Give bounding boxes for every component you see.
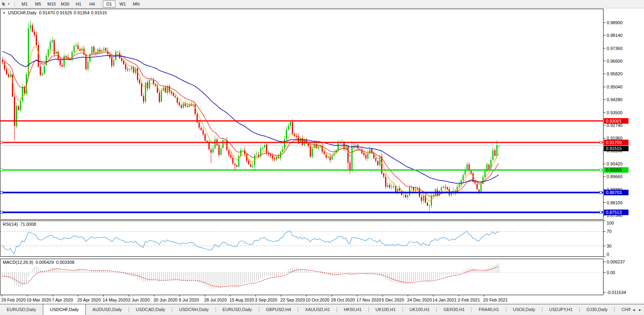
level-line-handle[interactable] — [600, 211, 602, 213]
date-label: 2 Feb 2021 — [458, 298, 480, 302]
svg-text:0.93001: 0.93001 — [606, 119, 622, 123]
svg-text:0.91515: 0.91515 — [606, 146, 622, 151]
macd-main-value: 0.005429 — [35, 260, 54, 265]
macd-indicator-label: MACD(12,26,9) 0.005429 0.003308 — [3, 260, 74, 265]
symbol-tab-bar: EURUSD,DailyUSDCHF,DailyAUDUSD,DailyUSDC… — [0, 304, 644, 315]
chart-symbol-period: USDCHF,Daily — [8, 10, 37, 15]
horizontal-level-lines[interactable] — [0, 121, 604, 213]
rsi-indicator-label: RSI(14) 71.0008 — [3, 222, 36, 227]
date-label: 20 Jun 2020 — [153, 298, 177, 302]
chart-canvas[interactable]: 0.989000.981400.973600.966000.958200.950… — [0, 0, 644, 304]
macd-signal-value: 0.003308 — [56, 260, 74, 265]
date-label: 29 Feb 2020 — [1, 298, 26, 302]
ohlc-low: 0.91354 — [74, 10, 90, 15]
rsi-line — [2, 231, 499, 254]
rsi-axis-label: 100 — [607, 221, 614, 225]
date-label: 22 Sep 2020 — [280, 298, 305, 302]
macd-histogram — [3, 263, 499, 289]
chart-tab-usoil-daily[interactable]: USOil,Daily — [506, 304, 542, 315]
price-axis-label: 0.93500 — [607, 110, 623, 115]
price-panel — [0, 9, 604, 220]
chart-tab-hk50-h1[interactable]: HK50,H1 — [337, 304, 368, 315]
chart-tab-xauusd-h1[interactable]: XAUUSD,H1 — [298, 304, 337, 315]
tabs-scroll-left-button[interactable]: ◄ — [632, 308, 635, 312]
price-axis-label: 0.94280 — [607, 97, 623, 102]
ohlc-high: 0.91525 — [56, 10, 72, 15]
price-axis-label: 0.98900 — [607, 20, 623, 25]
chart-tab-audusd-daily[interactable]: AUDUSD,Daily — [86, 304, 129, 315]
macd-axis-label: 0.006237 — [607, 259, 625, 264]
level-line-handle[interactable] — [0, 191, 3, 194]
macd-name: MACD(12,26,9) — [3, 260, 33, 265]
svg-text:0.88703: 0.88703 — [606, 190, 622, 195]
level-line-handle[interactable] — [600, 141, 602, 144]
chart-tab-ger30-h1[interactable]: GER30,H1 — [437, 304, 471, 315]
ohlc-close: 0.91515 — [91, 10, 107, 15]
date-label: 15 Aug 2020 — [229, 298, 254, 302]
rsi-axis-label: 0 — [607, 252, 609, 257]
price-axis-label: 0.98140 — [607, 33, 623, 38]
level-line-handle[interactable] — [0, 141, 3, 144]
level-line-handle[interactable] — [0, 211, 3, 213]
chart-tab-usdcnh-daily[interactable]: USDCNH,Daily — [172, 304, 216, 315]
price-axis-label: 0.89660 — [607, 174, 623, 179]
price-axis-label: 0.95040 — [607, 85, 623, 89]
date-label: 29 Oct 2020 — [331, 298, 355, 302]
chart-tab-dj30-daily[interactable]: DJ30,Daily — [580, 304, 614, 315]
price-axis-label: 0.88100 — [607, 200, 623, 205]
date-label: 17 Nov 2020 — [357, 298, 381, 302]
chart-tab-uk100-h1[interactable]: UK100,H1 — [403, 304, 437, 315]
date-label: 24 Dec 2020 — [407, 298, 432, 302]
rsi-axis-label: 70 — [607, 229, 611, 234]
date-label: 14 May 2020 — [103, 298, 128, 302]
svg-text:0.87513: 0.87513 — [606, 210, 622, 215]
macd-panel — [0, 259, 604, 295]
date-label: 19 Mar 2020 — [27, 298, 51, 302]
rsi-value: 71.0008 — [20, 222, 36, 227]
svg-text:0.90055: 0.90055 — [606, 167, 622, 172]
date-label: 10 Oct 2020 — [306, 298, 330, 302]
price-axis-label: 0.96600 — [607, 59, 623, 63]
ohlc-open: 0.91470 — [39, 10, 55, 15]
chart-tab-gbpusd-h4[interactable]: GBPUSD,H4 — [259, 304, 298, 315]
rsi-axis-label: 30 — [607, 244, 611, 248]
chart-tab-uk100-h1[interactable]: UK100,H1 — [369, 304, 403, 315]
chart-tab-eurusd-daily[interactable]: EURUSD,Daily — [0, 304, 43, 315]
tabs-scroll-right-button[interactable]: ► — [638, 308, 642, 312]
candlestick-series — [2, 21, 499, 211]
date-label: 7 Apr 2020 — [52, 298, 73, 302]
date-label: 3 Sep 2020 — [255, 298, 277, 302]
date-label: 5 Dec 2020 — [382, 298, 404, 302]
macd-axis-label: 0.00 — [607, 270, 615, 275]
date-label: 25 Apr 2020 — [77, 298, 101, 302]
ma-fast-line — [2, 46, 499, 202]
rsi-name: RSI(14) — [3, 222, 18, 227]
date-label: 28 Jul 2020 — [204, 298, 227, 302]
chart-tab-usdcad-daily[interactable]: USDCAD,Daily — [129, 304, 172, 315]
chart-tab-eurusd-daily[interactable]: EURUSD,Daily — [216, 304, 259, 315]
collapse-chart-icon[interactable]: ▼ — [3, 12, 6, 14]
macd-axis: 0.0062370.00-0.011534 — [604, 259, 626, 295]
price-axis-label: 0.90420 — [607, 161, 623, 166]
date-label: 9 Jul 2020 — [179, 298, 199, 302]
level-line-handle[interactable] — [600, 191, 602, 194]
date-label: 20 Feb 2021 — [483, 298, 508, 302]
level-line-handle[interactable] — [600, 169, 602, 171]
price-axis-label: 0.97360 — [607, 46, 623, 51]
date-label: 2 Jun 2020 — [128, 298, 150, 302]
macd-axis-label: -0.011534 — [607, 290, 626, 295]
chart-tab-usdjpy-h1[interactable]: USDJPY,H1 — [542, 304, 579, 315]
date-axis: 29 Feb 202019 Mar 20207 Apr 202025 Apr 2… — [1, 295, 508, 303]
chart-title: ▼ USDCHF,Daily 0.91470 0.91525 0.91354 0… — [3, 10, 107, 15]
rsi-axis: 10070300 — [604, 221, 614, 257]
chart-tab-usdchf-daily[interactable]: USDCHF,Daily — [43, 304, 86, 315]
level-line-handle[interactable] — [0, 169, 3, 171]
chart-tab-fra40-h1[interactable]: FRA40,H1 — [472, 304, 505, 315]
svg-text:0.91709: 0.91709 — [606, 140, 622, 145]
price-axis-label: 0.95820 — [607, 71, 623, 76]
date-label: 14 Jan 2021 — [432, 298, 457, 302]
